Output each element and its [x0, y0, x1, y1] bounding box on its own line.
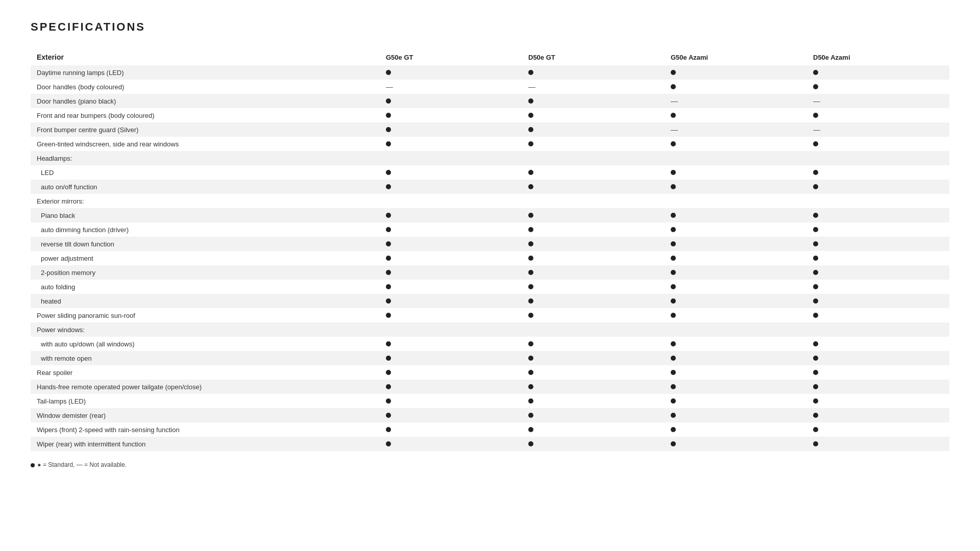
standard-indicator: [386, 413, 391, 418]
table-row: Piano black: [31, 208, 949, 222]
standard-indicator: [813, 70, 818, 75]
standard-indicator: [813, 298, 818, 304]
feature-cell: Power sliding panoramic sun-roof: [31, 308, 380, 322]
standard-indicator: [671, 356, 676, 361]
standard-indicator: [671, 213, 676, 218]
table-row: reverse tilt down function: [31, 237, 949, 251]
standard-indicator: [813, 256, 818, 261]
feature-cell: Front bumper centre guard (Silver): [31, 122, 380, 137]
model-cell-4: [807, 237, 949, 251]
model-cell-3: [665, 408, 807, 422]
standard-indicator: [386, 341, 391, 346]
standard-indicator: [813, 170, 818, 175]
standard-indicator: [528, 413, 533, 418]
table-row: heated: [31, 294, 949, 308]
standard-indicator: [386, 70, 391, 75]
standard-indicator: [386, 98, 391, 104]
standard-indicator: [528, 256, 533, 261]
model-cell-2: [522, 437, 665, 451]
standard-indicator: [528, 70, 533, 75]
standard-indicator: [813, 141, 818, 146]
standard-indicator: [813, 427, 818, 432]
standard-indicator: [671, 384, 676, 389]
model-cell-4: [807, 80, 949, 94]
model-cell-1: [380, 251, 522, 265]
model-cell-1: [380, 137, 522, 151]
table-row: power adjustment: [31, 251, 949, 265]
standard-indicator: [813, 313, 818, 318]
model-cell-1: [380, 280, 522, 294]
feature-cell: Door handles (piano black): [31, 94, 380, 108]
model-cell-1: [380, 294, 522, 308]
model-cell-2: [522, 94, 665, 108]
model-cell-2: [522, 137, 665, 151]
model-cell-2: —: [522, 80, 665, 94]
model-cell-3: [665, 65, 807, 80]
table-row: 2-position memory: [31, 265, 949, 280]
standard-indicator: [671, 427, 676, 432]
standard-indicator: [813, 270, 818, 275]
feature-cell: power adjustment: [31, 251, 380, 265]
table-row: Power windows:: [31, 322, 949, 337]
model-cell-1: [380, 208, 522, 222]
standard-indicator: [386, 127, 391, 132]
feature-cell: Power windows:: [31, 322, 380, 337]
model-cell-1: [380, 180, 522, 194]
standard-indicator: [528, 284, 533, 289]
feature-cell: auto dimming function (driver): [31, 222, 380, 237]
model-cell-4: [807, 365, 949, 380]
model-cell-4: [807, 65, 949, 80]
standard-indicator: [671, 84, 676, 89]
standard-indicator: [386, 356, 391, 361]
table-row: Exterior mirrors:: [31, 194, 949, 208]
not-available-indicator: —: [528, 83, 535, 91]
feature-cell: auto folding: [31, 280, 380, 294]
standard-indicator: [813, 370, 818, 375]
model-cell-1: [380, 108, 522, 122]
model-cell-4: [807, 322, 949, 337]
model-cell-2: [522, 265, 665, 280]
feature-cell: Wipers (front) 2-speed with rain-sensing…: [31, 422, 380, 437]
feature-cell: with auto up/down (all windows): [31, 337, 380, 351]
model-cell-3: [665, 437, 807, 451]
model-cell-1: [380, 408, 522, 422]
table-row: Hands-free remote operated power tailgat…: [31, 380, 949, 394]
model-cell-3: [665, 337, 807, 351]
model-cell-3: [665, 294, 807, 308]
standard-indicator: [528, 213, 533, 218]
model-cell-4: [807, 208, 949, 222]
model-cell-3: [665, 222, 807, 237]
model-cell-2: [522, 194, 665, 208]
model-cell-3: [665, 251, 807, 265]
model-cell-2: [522, 280, 665, 294]
model-cell-3: [665, 308, 807, 322]
model-cell-1: [380, 165, 522, 180]
feature-cell: Rear spoiler: [31, 365, 380, 380]
feature-cell: Window demister (rear): [31, 408, 380, 422]
standard-indicator: [671, 284, 676, 289]
model-cell-3: [665, 194, 807, 208]
model-cell-3: [665, 165, 807, 180]
model-cell-4: [807, 265, 949, 280]
model-cell-1: [380, 94, 522, 108]
table-row: LED: [31, 165, 949, 180]
standard-indicator: [386, 384, 391, 389]
model-cell-3: [665, 394, 807, 408]
model-cell-4: [807, 280, 949, 294]
standard-indicator: [528, 270, 533, 275]
standard-indicator: [386, 370, 391, 375]
model-cell-1: [380, 365, 522, 380]
table-row: auto on/off function: [31, 180, 949, 194]
model-cell-2: [522, 308, 665, 322]
standard-indicator: [671, 256, 676, 261]
model-cell-2: [522, 151, 665, 165]
feature-cell: Green-tinted windscreen, side and rear w…: [31, 137, 380, 151]
standard-indicator: [386, 227, 391, 232]
standard-indicator: [386, 241, 391, 246]
standard-indicator: [386, 184, 391, 189]
not-available-indicator: —: [813, 97, 820, 105]
standard-indicator: [813, 413, 818, 418]
table-row: auto dimming function (driver): [31, 222, 949, 237]
standard-indicator: [671, 227, 676, 232]
model-cell-4: [807, 394, 949, 408]
